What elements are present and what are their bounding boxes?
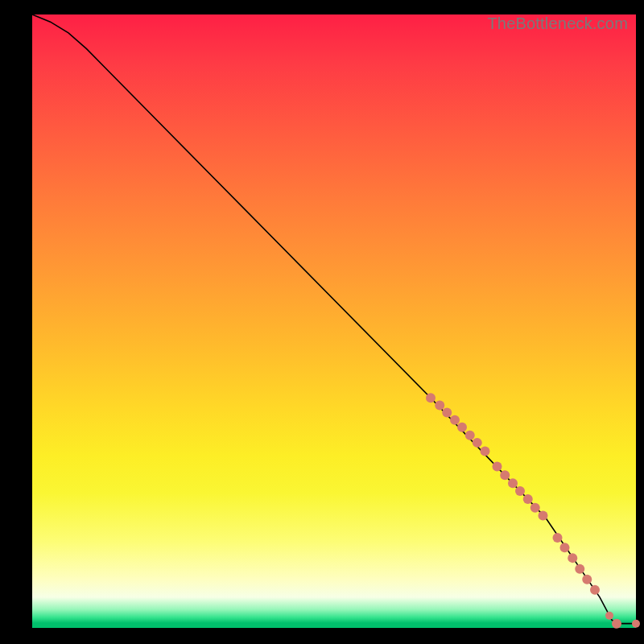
data-point bbox=[523, 494, 533, 504]
points-layer bbox=[32, 14, 636, 628]
plot-area: TheBottleneck.com bbox=[32, 14, 636, 628]
data-point bbox=[457, 423, 467, 432]
data-point bbox=[560, 543, 570, 552]
data-point bbox=[435, 400, 444, 410]
data-point bbox=[539, 511, 548, 521]
data-point bbox=[500, 470, 510, 480]
data-point bbox=[530, 503, 540, 513]
data-point bbox=[632, 620, 640, 628]
data-point bbox=[612, 619, 621, 629]
data-point bbox=[426, 393, 436, 402]
data-point bbox=[568, 553, 577, 563]
data-point bbox=[575, 564, 584, 574]
data-point bbox=[553, 533, 563, 543]
data-point bbox=[465, 431, 475, 440]
data-point bbox=[508, 478, 518, 488]
data-point bbox=[590, 585, 600, 595]
data-points bbox=[426, 393, 640, 628]
chart-figure: TheBottleneck.com bbox=[0, 0, 644, 644]
data-point bbox=[493, 462, 502, 472]
data-point bbox=[450, 415, 460, 425]
data-point bbox=[442, 408, 452, 418]
data-point bbox=[605, 612, 613, 620]
data-point bbox=[473, 438, 482, 448]
data-point bbox=[481, 447, 490, 456]
data-point bbox=[582, 575, 592, 584]
data-point bbox=[515, 486, 525, 496]
